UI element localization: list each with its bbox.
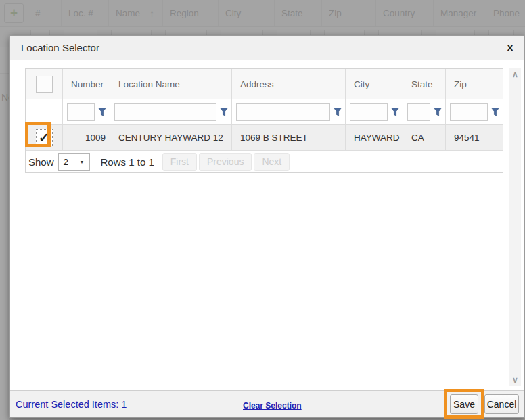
filter-input-zip[interactable] [450,103,488,121]
col-city: City [345,69,403,99]
cancel-button[interactable]: Cancel [484,394,519,414]
dialog-footer: Current Selected Items: 1 Clear Selectio… [10,390,524,417]
pagination-bar: Show 2 ▼ Rows 1 to 1 First Previous Next [26,150,503,172]
col-number: Number [62,69,110,99]
col-zip: Zip [445,69,503,99]
filter-input-state[interactable] [407,103,430,121]
clear-selection-link[interactable]: Clear Selection [243,401,302,411]
filter-funnel-icon[interactable] [491,108,499,116]
location-selector-dialog: Location Selector X Number Location Name… [9,35,525,418]
previous-page-button[interactable]: Previous [199,153,252,171]
grid-header-row: Number Location Name Address City State … [26,69,503,99]
filter-input-address[interactable] [236,103,330,121]
cell-address: 1069 B STREET [231,125,345,150]
dialog-title: Location Selector [21,42,99,53]
caret-down-icon: ▼ [80,160,85,164]
first-page-button[interactable]: First [162,153,197,171]
grid-filter-row [26,99,503,124]
filter-input-location-name[interactable] [114,103,216,121]
filter-input-city[interactable] [350,103,388,121]
col-location-name: Location Name [110,69,231,99]
cell-number: 1009 [62,125,110,150]
select-all-checkbox[interactable] [36,76,53,93]
cell-location-name: CENTURY HAYWARD 12 [110,125,231,150]
page-size-select[interactable]: 2 ▼ [58,153,90,171]
cell-city: HAYWARD [345,125,403,150]
check-icon: ✓ [39,131,49,144]
select-all-cell [26,69,62,99]
next-page-button[interactable]: Next [254,153,290,171]
filter-input-number[interactable] [67,103,95,121]
vertical-scrollbar[interactable]: ∧ ∨ [509,68,521,386]
filter-funnel-icon[interactable] [220,108,228,116]
selected-items-count: Current Selected Items: 1 [16,399,127,410]
col-state: State [403,69,445,99]
filter-funnel-icon[interactable] [98,108,106,116]
close-icon[interactable]: X [507,42,513,53]
show-label: Show [28,156,54,168]
cell-state: CA [403,125,445,150]
dialog-body: Number Location Name Address City State … [10,60,524,390]
filter-funnel-icon[interactable] [334,108,342,116]
col-address: Address [231,69,345,99]
table-row[interactable]: ✓ 1009 CENTURY HAYWARD 12 1069 B STREET … [26,124,503,150]
save-button[interactable]: Save [450,394,478,414]
rows-range-text: Rows 1 to 1 [101,156,154,168]
scroll-down-icon[interactable]: ∨ [509,375,521,385]
locations-grid: Number Location Name Address City State … [25,68,503,173]
page-size-value: 2 [64,157,69,167]
filter-funnel-icon[interactable] [434,108,442,116]
scroll-up-icon[interactable]: ∧ [509,70,521,79]
dialog-header: Location Selector X [10,36,524,60]
filter-funnel-icon[interactable] [391,108,399,116]
row-checkbox[interactable]: ✓ [36,129,53,146]
cell-zip: 94541 [445,125,503,150]
screen: + # Loc. # Name ↑ Region City State Zip … [0,0,525,420]
